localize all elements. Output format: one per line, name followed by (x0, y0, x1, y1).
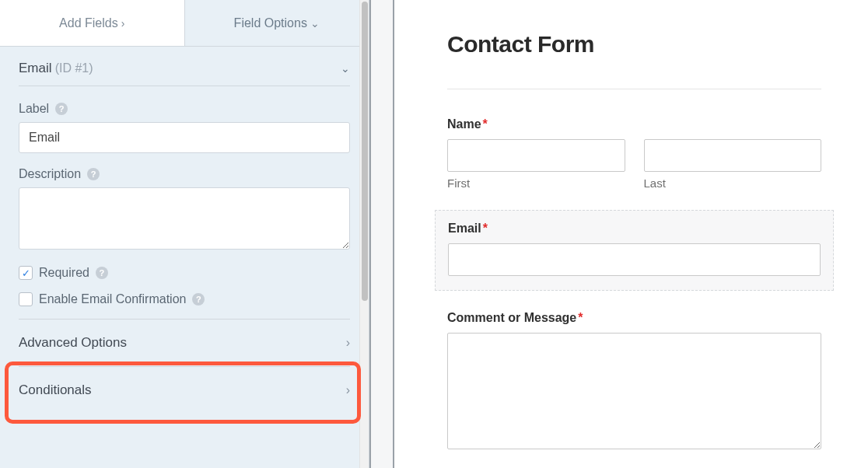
sidebar-tabs: Add Fields › Field Options ⌄ (0, 0, 369, 47)
email-confirmation-label: Enable Email Confirmation (39, 292, 186, 306)
description-title: Description (19, 167, 81, 181)
comment-label-text: Comment or Message (447, 311, 576, 324)
pane-divider (369, 0, 394, 468)
required-label: Required (39, 266, 89, 280)
help-icon[interactable]: ? (192, 293, 205, 306)
section-advanced-options[interactable]: Advanced Options › (19, 319, 350, 367)
chevron-down-icon: ⌄ (310, 17, 320, 30)
last-name-input[interactable] (644, 139, 822, 172)
scrollbar[interactable] (359, 0, 369, 468)
required-mark: * (483, 222, 488, 235)
chevron-right-icon: › (346, 336, 350, 350)
section-advanced-label: Advanced Options (19, 335, 127, 351)
label-title: Label (19, 102, 49, 116)
form-title: Contact Form (447, 31, 821, 89)
field-name: Email (19, 61, 52, 75)
email-label: Email* (448, 222, 821, 236)
chevron-right-icon: › (346, 383, 350, 397)
description-input[interactable] (19, 187, 350, 250)
required-mark: * (578, 311, 583, 324)
help-icon[interactable]: ? (87, 168, 100, 180)
email-input[interactable] (448, 243, 821, 276)
required-checkbox[interactable]: ✓ (19, 266, 33, 280)
email-field-block[interactable]: Email* (435, 210, 834, 291)
field-header[interactable]: Email (ID #1) ⌄ (19, 47, 350, 86)
comment-input[interactable] (447, 333, 821, 449)
section-conditionals[interactable]: Conditionals › (19, 367, 350, 414)
help-icon[interactable]: ? (96, 267, 108, 279)
name-label: Name* (447, 117, 821, 131)
scrollbar-thumb[interactable] (362, 2, 368, 301)
last-sublabel: Last (644, 176, 822, 190)
sidebar-panel: Add Fields › Field Options ⌄ Email (ID #… (0, 0, 369, 468)
section-conditionals-label: Conditionals (19, 382, 92, 398)
tab-field-options-label: Field Options (234, 16, 307, 30)
form-preview: Contact Form Name* First Last Email* Com… (394, 0, 868, 468)
help-icon[interactable]: ? (55, 103, 68, 115)
chevron-down-icon: ⌄ (341, 62, 350, 75)
label-input[interactable] (19, 122, 350, 153)
field-id: (ID #1) (55, 61, 93, 75)
tab-field-options[interactable]: Field Options ⌄ (185, 0, 369, 46)
first-name-input[interactable] (447, 139, 625, 172)
chevron-right-icon: › (121, 17, 125, 30)
email-label-text: Email (448, 222, 481, 235)
tab-add-fields-label: Add Fields (59, 16, 118, 30)
tab-add-fields[interactable]: Add Fields › (0, 0, 185, 46)
required-mark: * (483, 117, 488, 131)
comment-label: Comment or Message* (447, 311, 821, 325)
first-sublabel: First (447, 176, 625, 190)
email-confirmation-checkbox[interactable] (19, 292, 33, 306)
name-label-text: Name (447, 117, 481, 131)
